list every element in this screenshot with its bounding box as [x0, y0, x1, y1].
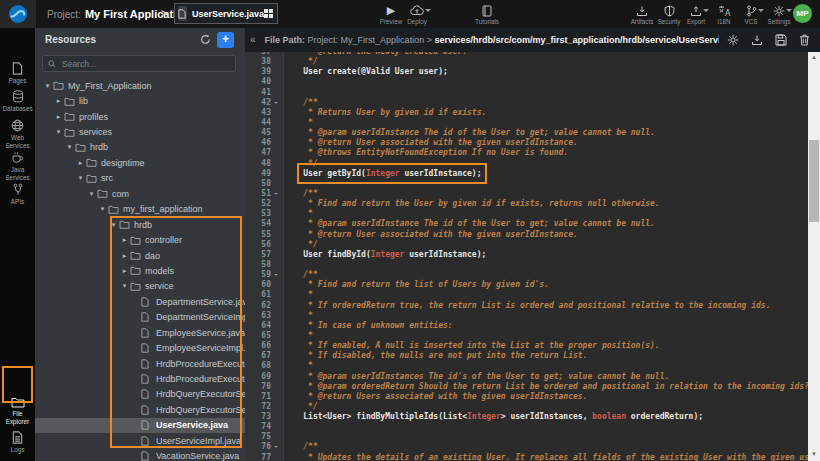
code-line-45[interactable]: * @param userIdInstance The id of the Us… — [284, 128, 808, 138]
tree-item-controller[interactable]: ▸controller — [35, 232, 245, 247]
chevron-right-icon[interactable]: ▸ — [119, 252, 130, 260]
chevron-down-icon[interactable]: ▾ — [119, 282, 130, 290]
chevron-right-icon[interactable]: ▸ — [53, 97, 64, 105]
code-line-63[interactable]: * — [284, 311, 808, 321]
tree-item-HrdbProcedureExecutorSe[interactable]: HrdbProcedureExecutorSe — [35, 371, 245, 386]
code-lines[interactable]: * @return the newly created User. */ Use… — [284, 52, 808, 461]
scroll-down-arrow-icon[interactable]: ▼ — [808, 449, 820, 460]
code-line-58[interactable] — [284, 260, 808, 270]
code-line-77[interactable]: * Updates the details of an existing Use… — [284, 453, 808, 461]
chevron-right-icon[interactable]: ▸ — [119, 267, 130, 275]
code-line-57[interactable]: User findById(Integer userIdInstance); — [284, 250, 808, 260]
code-line-61[interactable]: * — [284, 290, 808, 300]
fold-marker-icon[interactable]: - — [271, 189, 281, 199]
code-line-66[interactable]: * If enabled, A null is inserted into th… — [284, 341, 808, 351]
tree-item-service[interactable]: ▾service — [35, 279, 245, 294]
settings-button[interactable]: Settings — [764, 4, 794, 25]
code-line-73[interactable]: List<User> findByMultipleIds(List<Intege… — [284, 412, 808, 422]
tree-item-profiles[interactable]: ▸profiles — [35, 109, 245, 124]
tree-item-lib[interactable]: ▸lib — [35, 93, 245, 108]
code-line-50[interactable] — [284, 179, 808, 189]
editor-scrollbar[interactable] — [808, 52, 820, 461]
trash-icon[interactable] — [799, 34, 810, 46]
chevron-down-icon[interactable]: ▾ — [97, 205, 108, 213]
code-line-52[interactable]: * Find and return the User by given id i… — [284, 199, 808, 209]
deploy-button[interactable]: Deploy — [402, 4, 432, 25]
code-line-71[interactable]: * @return Users associated with the give… — [284, 392, 808, 402]
sidebar-item-databases[interactable]: Databases — [0, 90, 35, 113]
tree-item-My_First_Application[interactable]: ▾My_First_Application — [35, 78, 245, 93]
code-line-62[interactable]: * If orderedReturn true, the return List… — [284, 301, 808, 311]
sidebar-item-pages[interactable]: Pages — [0, 62, 35, 85]
collapse-panel-icon[interactable]: « — [250, 34, 256, 45]
export-button[interactable]: Export — [681, 4, 711, 25]
chevron-right-icon[interactable]: ▸ — [75, 159, 86, 167]
tree-item-EmployeeServiceImpl.java[interactable]: EmployeeServiceImpl.java — [35, 340, 245, 355]
chevron-down-icon[interactable]: ▾ — [53, 128, 64, 136]
code-line-69[interactable]: * @param userIdInstances The id's of the… — [284, 372, 808, 382]
tree-item-DepartmentService.java[interactable]: DepartmentService.java — [35, 294, 245, 309]
artifacts-button[interactable]: Artifacts — [627, 4, 657, 25]
code-line-56[interactable]: */ — [284, 240, 808, 250]
chevron-down-icon[interactable]: ▾ — [108, 221, 119, 229]
chevron-right-icon[interactable]: ▸ — [119, 236, 130, 244]
chevron-down-icon[interactable]: ▾ — [42, 82, 53, 90]
tree-item-VacationService.java[interactable]: VacationService.java — [35, 449, 245, 461]
sidebar-item-java-services[interactable]: Java Services — [0, 151, 35, 181]
chevron-right-icon[interactable]: ▸ — [53, 113, 64, 121]
code-line-54[interactable]: * @param userIdInstance The id of the Us… — [284, 219, 808, 229]
code-line-40[interactable] — [284, 77, 808, 87]
tree-item-services[interactable]: ▾services — [35, 124, 245, 139]
code-line-44[interactable]: * — [284, 118, 808, 128]
scroll-up-arrow-icon[interactable]: ▲ — [808, 52, 820, 63]
tree-item-models[interactable]: ▸models — [35, 263, 245, 278]
tree-item-HrdbProcedureExecutorSe[interactable]: HrdbProcedureExecutorSe — [35, 356, 245, 371]
code-line-76[interactable]: /** — [284, 442, 808, 452]
code-line-47[interactable]: * @throws EntityNotFoundException If no … — [284, 148, 808, 158]
code-line-67[interactable]: * If disabled, the nulls are not put int… — [284, 351, 808, 361]
code-line-39[interactable]: User create(@Valid User user); — [284, 67, 808, 77]
vcs-button[interactable]: VCS — [736, 4, 766, 25]
i18n-button[interactable]: A I18N — [709, 4, 739, 25]
code-line-55[interactable]: * @return User associated with the given… — [284, 230, 808, 240]
tree-item-EmployeeService.java[interactable]: EmployeeService.java — [35, 325, 245, 340]
code-line-65[interactable]: * — [284, 331, 808, 341]
code-line-53[interactable]: * — [284, 209, 808, 219]
code-line-41[interactable] — [284, 88, 808, 98]
tree-item-designtime[interactable]: ▸designtime — [35, 155, 245, 170]
tree-item-src[interactable]: ▾src — [35, 171, 245, 186]
app-logo[interactable] — [0, 0, 36, 28]
grid-icon[interactable] — [264, 9, 273, 18]
sidebar-item-apis[interactable]: APIs — [0, 183, 35, 206]
code-line-70[interactable]: * @param orderedReturn Should the return… — [284, 382, 808, 392]
code-line-43[interactable]: * Returns User by given id if exists. — [284, 108, 808, 118]
code-line-59[interactable]: /** — [284, 270, 808, 280]
tree-item-HrdbQueryExecutorService[interactable]: HrdbQueryExecutorService — [35, 402, 245, 417]
sidebar-item-file-explorer[interactable]: File Explorer — [0, 397, 35, 425]
tree-item-DepartmentServiceImpl.java[interactable]: DepartmentServiceImpl.java — [35, 310, 245, 325]
tree-item-HrdbQueryExecutorService[interactable]: HrdbQueryExecutorService — [35, 387, 245, 402]
code-line-74[interactable] — [284, 422, 808, 432]
scrollbar-thumb[interactable] — [809, 140, 819, 222]
user-avatar[interactable]: MP — [793, 4, 812, 23]
fold-marker-icon[interactable]: - — [271, 442, 281, 452]
tutorials-button[interactable]: Tutorials — [472, 4, 502, 25]
chevron-down-icon[interactable]: ▾ — [75, 174, 86, 182]
add-resource-button[interactable]: + — [217, 32, 234, 48]
tree-item-UserServiceImpl.java[interactable]: UserServiceImpl.java — [35, 433, 245, 448]
chevron-down-icon[interactable]: ▾ — [86, 190, 97, 198]
fold-marker-icon[interactable]: - — [271, 98, 281, 108]
tree-item-hrdb[interactable]: ▾hrdb — [35, 140, 245, 155]
sidebar-item-logs[interactable]: Logs — [0, 431, 35, 454]
tree-item-UserService.java[interactable]: UserService.java — [35, 418, 245, 433]
tree-item-hrdb[interactable]: ▾hrdb — [35, 217, 245, 232]
sidebar-item-web-services[interactable]: Web Services — [0, 119, 35, 149]
code-editor[interactable]: 373839404142-434445464748495051-52535455… — [245, 52, 808, 461]
chevron-down-icon[interactable]: ▾ — [64, 143, 75, 151]
tab-userservice-java[interactable]: UserService.java — [174, 3, 278, 24]
save-icon[interactable] — [775, 34, 787, 46]
download-icon[interactable] — [751, 34, 763, 46]
gear-icon[interactable] — [727, 34, 739, 46]
security-button[interactable]: Security — [654, 4, 684, 25]
code-line-68[interactable]: * — [284, 361, 808, 371]
